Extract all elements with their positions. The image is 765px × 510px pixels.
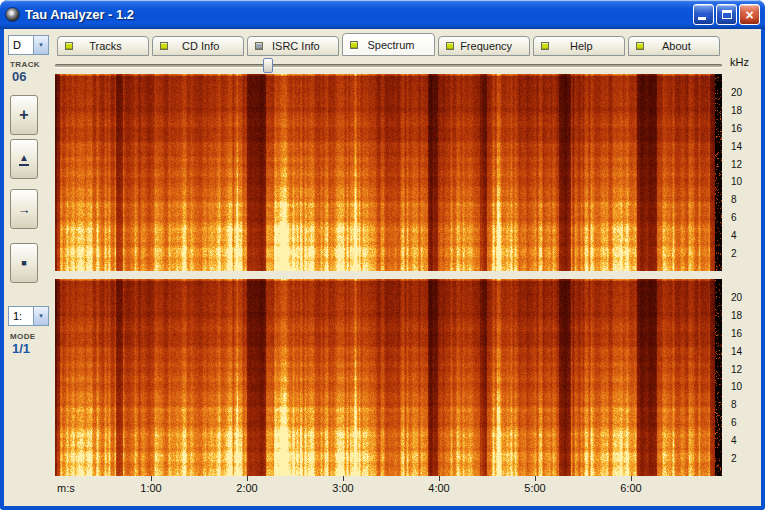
arrow-right-icon: → xyxy=(18,203,31,216)
freq-tick: 8 xyxy=(731,399,737,410)
minimize-icon xyxy=(698,17,706,20)
freq-axis-ch2: 20 18 16 14 12 10 8 6 4 2 xyxy=(726,279,753,476)
freq-tick: 12 xyxy=(731,158,742,169)
freq-tick: 10 xyxy=(731,381,742,392)
freq-tick: 14 xyxy=(731,345,742,356)
titlebar[interactable]: Tau Analyzer - 1.2 × xyxy=(0,0,765,29)
track-number: 06 xyxy=(12,69,26,84)
freq-tick: 18 xyxy=(731,104,742,115)
maximize-button[interactable] xyxy=(716,4,737,25)
tab-label: Frequency xyxy=(460,40,529,52)
plus-button[interactable]: + xyxy=(10,95,38,135)
close-button[interactable]: × xyxy=(739,4,760,25)
scale-select-value: 1: xyxy=(9,307,33,325)
plus-icon: + xyxy=(19,107,28,123)
time-tick-mark xyxy=(631,476,632,481)
freq-tick: 20 xyxy=(731,291,742,302)
tab-label: ISRC Info xyxy=(269,40,338,52)
position-slider[interactable] xyxy=(55,58,722,73)
freq-tick: 10 xyxy=(731,176,742,187)
mode-value: 1/1 xyxy=(12,341,30,356)
spectrogram-channel-2 xyxy=(55,279,722,476)
tab-led-icon xyxy=(160,42,168,50)
track-label: TRACK xyxy=(10,60,40,69)
tab-spectrum[interactable]: Spectrum xyxy=(342,33,434,56)
tab-cd-info[interactable]: CD Info xyxy=(152,36,244,56)
time-tick-label: 6:00 xyxy=(620,482,641,494)
tab-led-icon xyxy=(446,42,454,50)
spectrogram-channel-1 xyxy=(55,74,722,271)
time-unit-label: m:s xyxy=(57,482,75,494)
time-tick-mark xyxy=(247,476,248,481)
window-controls: × xyxy=(693,4,760,25)
freq-tick: 2 xyxy=(731,453,737,464)
next-button[interactable]: → xyxy=(10,189,38,229)
freq-tick: 20 xyxy=(731,86,742,97)
freq-tick: 14 xyxy=(731,140,742,151)
freq-tick: 4 xyxy=(731,435,737,446)
freq-tick: 4 xyxy=(731,230,737,241)
time-tick-mark xyxy=(151,476,152,481)
freq-tick: 6 xyxy=(731,212,737,223)
tab-led-icon xyxy=(541,42,549,50)
tab-help[interactable]: Help xyxy=(533,36,625,56)
window-title: Tau Analyzer - 1.2 xyxy=(25,7,693,22)
app-window: Tau Analyzer - 1.2 × Tracks CD Info ISRC… xyxy=(0,0,765,510)
stop-button[interactable]: ■ xyxy=(10,243,38,283)
tab-label: Tracks xyxy=(79,40,148,52)
slider-track[interactable] xyxy=(55,64,722,67)
tab-label: About xyxy=(650,40,719,52)
tab-label: Spectrum xyxy=(364,39,433,51)
drive-select[interactable]: D ▼ xyxy=(8,35,49,55)
mode-label: MODE xyxy=(10,332,36,341)
time-tick-mark xyxy=(439,476,440,481)
tab-isrc-info[interactable]: ISRC Info xyxy=(247,36,339,56)
scale-select[interactable]: 1: ▼ xyxy=(8,306,49,326)
tab-led-icon xyxy=(255,42,263,50)
minimize-button[interactable] xyxy=(693,4,714,25)
freq-tick: 2 xyxy=(731,248,737,259)
chevron-down-icon: ▼ xyxy=(38,313,44,319)
freq-unit-label: kHz xyxy=(730,56,749,68)
eject-button[interactable]: ▲ xyxy=(10,139,38,179)
freq-tick: 16 xyxy=(731,122,742,133)
tab-frequency[interactable]: Frequency xyxy=(438,36,530,56)
freq-axis-ch1: 20 18 16 14 12 10 8 6 4 2 xyxy=(726,74,753,271)
tab-led-icon xyxy=(65,42,73,50)
drive-select-dropdown-button[interactable]: ▼ xyxy=(33,36,48,54)
time-tick-mark xyxy=(343,476,344,481)
freq-tick: 12 xyxy=(731,363,742,374)
time-tick-label: 3:00 xyxy=(332,482,353,494)
tab-label: Help xyxy=(555,40,624,52)
time-axis: m:s 1:00 2:00 3:00 4:00 5:00 6:00 xyxy=(55,476,722,502)
close-icon: × xyxy=(745,8,753,22)
tab-tracks[interactable]: Tracks xyxy=(57,36,149,56)
drive-select-value: D xyxy=(9,36,33,54)
time-tick-label: 1:00 xyxy=(140,482,161,494)
app-icon xyxy=(5,7,20,22)
maximize-icon xyxy=(722,10,732,19)
chevron-down-icon: ▼ xyxy=(38,42,44,48)
freq-tick: 8 xyxy=(731,194,737,205)
time-tick-label: 4:00 xyxy=(428,482,449,494)
stop-icon: ■ xyxy=(21,259,26,268)
scale-select-dropdown-button[interactable]: ▼ xyxy=(33,307,48,325)
time-tick-label: 5:00 xyxy=(524,482,545,494)
time-tick-label: 2:00 xyxy=(236,482,257,494)
eject-icon: ▲ xyxy=(19,153,29,166)
freq-tick: 18 xyxy=(731,309,742,320)
tab-led-icon xyxy=(350,41,358,49)
time-tick-mark xyxy=(535,476,536,481)
tab-led-icon xyxy=(636,42,644,50)
freq-tick: 6 xyxy=(731,417,737,428)
tab-about[interactable]: About xyxy=(628,36,720,56)
freq-tick: 16 xyxy=(731,327,742,338)
client-area: Tracks CD Info ISRC Info Spectrum Freque… xyxy=(4,29,761,506)
tab-label: CD Info xyxy=(174,40,243,52)
slider-thumb[interactable] xyxy=(263,58,273,73)
tab-bar: Tracks CD Info ISRC Info Spectrum Freque… xyxy=(57,33,720,56)
